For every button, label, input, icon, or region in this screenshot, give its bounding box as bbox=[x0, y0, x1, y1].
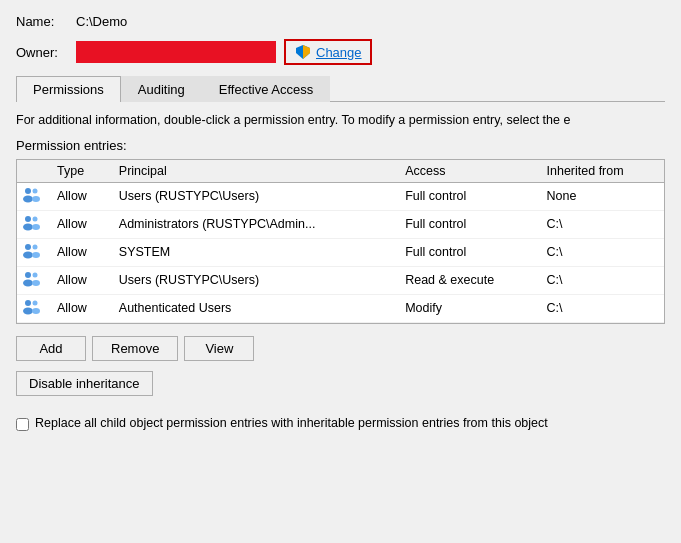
col-type bbox=[17, 160, 49, 183]
svg-point-13 bbox=[32, 252, 40, 258]
owner-value-bar bbox=[76, 41, 276, 63]
table-header-row: Type Principal Access Inherited from bbox=[17, 160, 664, 183]
svg-point-4 bbox=[33, 188, 38, 193]
replace-checkbox-label: Replace all child object permission entr… bbox=[35, 416, 548, 430]
disable-inheritance-button[interactable]: Disable inheritance bbox=[16, 371, 153, 396]
tab-effective-access[interactable]: Effective Access bbox=[202, 76, 330, 102]
svg-point-20 bbox=[33, 300, 38, 305]
svg-point-11 bbox=[23, 251, 33, 258]
row-type: Allow bbox=[49, 238, 111, 266]
user-group-icon bbox=[21, 242, 41, 260]
row-access: Full control bbox=[397, 210, 538, 238]
table-row[interactable]: AllowAuthenticated UsersModifyC:\ bbox=[17, 294, 664, 322]
row-access: Modify bbox=[397, 294, 538, 322]
row-access: Full control bbox=[397, 238, 538, 266]
svg-point-6 bbox=[25, 216, 31, 222]
row-access: Read & execute bbox=[397, 266, 538, 294]
svg-point-18 bbox=[25, 300, 31, 306]
tabs-row: Permissions Auditing Effective Access bbox=[16, 75, 665, 102]
row-type: Allow bbox=[49, 266, 111, 294]
row-icon-cell bbox=[17, 266, 49, 294]
row-inherited-from: C:\ bbox=[539, 266, 664, 294]
view-button[interactable]: View bbox=[184, 336, 254, 361]
svg-point-17 bbox=[32, 280, 40, 286]
col-type-label: Type bbox=[49, 160, 111, 183]
info-text: For additional information, double-click… bbox=[16, 112, 665, 130]
row-principal: Administrators (RUSTYPC\Admin... bbox=[111, 210, 397, 238]
name-row: Name: C:\Demo bbox=[16, 14, 665, 29]
row-inherited-from: C:\ bbox=[539, 294, 664, 322]
svg-point-12 bbox=[33, 244, 38, 249]
advanced-security-dialog: Name: C:\Demo Owner: Change Permissions … bbox=[0, 0, 681, 543]
row-principal: Users (RUSTYPC\Users) bbox=[111, 182, 397, 210]
svg-point-3 bbox=[23, 195, 33, 202]
user-group-icon bbox=[21, 214, 41, 232]
row-inherited-from: C:\ bbox=[539, 210, 664, 238]
add-button[interactable]: Add bbox=[16, 336, 86, 361]
owner-row: Owner: Change bbox=[16, 39, 665, 65]
svg-point-19 bbox=[23, 307, 33, 314]
svg-point-9 bbox=[32, 224, 40, 230]
col-access: Access bbox=[397, 160, 538, 183]
row-access: Full control bbox=[397, 182, 538, 210]
table-row[interactable]: AllowAdministrators (RUSTYPC\Admin...Ful… bbox=[17, 210, 664, 238]
svg-point-8 bbox=[33, 216, 38, 221]
svg-marker-1 bbox=[303, 45, 310, 59]
permission-entries-label: Permission entries: bbox=[16, 138, 665, 153]
name-value: C:\Demo bbox=[76, 14, 127, 29]
table-row[interactable]: AllowUsers (RUSTYPC\Users)Read & execute… bbox=[17, 266, 664, 294]
change-label: Change bbox=[316, 45, 362, 60]
row-principal: Authenticated Users bbox=[111, 294, 397, 322]
row-inherited-from: None bbox=[539, 182, 664, 210]
row-principal: Users (RUSTYPC\Users) bbox=[111, 266, 397, 294]
change-button[interactable]: Change bbox=[284, 39, 372, 65]
svg-point-10 bbox=[25, 244, 31, 250]
disable-inheritance-row: Disable inheritance bbox=[16, 371, 665, 406]
row-principal: SYSTEM bbox=[111, 238, 397, 266]
col-inherited: Inherited from bbox=[539, 160, 664, 183]
replace-checkbox-row: Replace all child object permission entr… bbox=[16, 416, 665, 431]
tab-auditing[interactable]: Auditing bbox=[121, 76, 202, 102]
owner-label: Owner: bbox=[16, 45, 76, 60]
replace-checkbox[interactable] bbox=[16, 418, 29, 431]
row-inherited-from: C:\ bbox=[539, 238, 664, 266]
row-type: Allow bbox=[49, 210, 111, 238]
permission-entries-container: Type Principal Access Inherited from All… bbox=[16, 159, 665, 324]
svg-point-14 bbox=[25, 272, 31, 278]
remove-button[interactable]: Remove bbox=[92, 336, 178, 361]
uac-shield-icon bbox=[294, 43, 312, 61]
table-row[interactable]: AllowSYSTEMFull controlC:\ bbox=[17, 238, 664, 266]
svg-point-2 bbox=[25, 188, 31, 194]
svg-point-7 bbox=[23, 223, 33, 230]
svg-point-15 bbox=[23, 279, 33, 286]
row-icon-cell bbox=[17, 182, 49, 210]
user-group-icon bbox=[21, 298, 41, 316]
name-label: Name: bbox=[16, 14, 76, 29]
row-icon-cell bbox=[17, 238, 49, 266]
table-row[interactable]: AllowUsers (RUSTYPC\Users)Full controlNo… bbox=[17, 182, 664, 210]
row-type: Allow bbox=[49, 182, 111, 210]
row-type: Allow bbox=[49, 294, 111, 322]
svg-point-21 bbox=[32, 308, 40, 314]
svg-point-5 bbox=[32, 196, 40, 202]
action-buttons-row: Add Remove View bbox=[16, 336, 665, 361]
user-group-icon bbox=[21, 270, 41, 288]
col-principal: Principal bbox=[111, 160, 397, 183]
permission-table: Type Principal Access Inherited from All… bbox=[17, 160, 664, 323]
user-group-icon bbox=[21, 186, 41, 204]
row-icon-cell bbox=[17, 210, 49, 238]
svg-point-16 bbox=[33, 272, 38, 277]
row-icon-cell bbox=[17, 294, 49, 322]
tab-permissions[interactable]: Permissions bbox=[16, 76, 121, 102]
